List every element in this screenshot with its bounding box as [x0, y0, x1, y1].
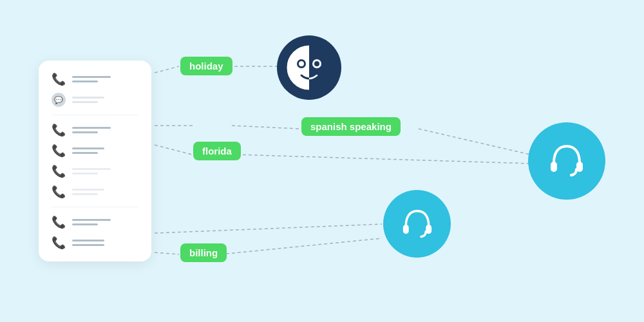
svg-point-15	[299, 61, 304, 66]
phone-row-3: 📞	[52, 123, 138, 137]
phone-row-5: 📞	[52, 164, 138, 178]
headset-circle-middle	[383, 190, 451, 258]
svg-point-21	[570, 174, 573, 176]
headset-icon-right	[544, 138, 589, 184]
bot-face-svg	[283, 42, 335, 93]
svg-line-5	[155, 145, 192, 155]
phone-icon-3: 📞	[52, 123, 66, 137]
svg-line-3	[232, 126, 300, 129]
phone-lines-4	[72, 147, 104, 154]
svg-rect-19	[551, 162, 557, 172]
phone-row-8: 📞	[52, 236, 138, 250]
headset-icon-middle	[397, 204, 437, 244]
svg-line-9	[220, 238, 382, 254]
svg-line-6	[237, 155, 553, 164]
phone-row-1: 📞	[52, 72, 138, 86]
card-divider-2	[52, 207, 138, 207]
main-container: 📞 💬 📞 📞	[0, 0, 644, 322]
badge-billing: billing	[180, 243, 227, 262]
phone-icon-1: 📞	[52, 72, 66, 86]
svg-line-7	[155, 224, 382, 233]
svg-point-24	[420, 235, 422, 238]
phone-lines-3	[72, 127, 111, 133]
chat-lines	[72, 97, 104, 103]
svg-point-17	[314, 61, 319, 66]
phone-lines-5	[72, 168, 111, 175]
phone-lines-6	[72, 189, 104, 195]
chat-row: 💬	[52, 93, 138, 107]
chat-bubble-icon: 💬	[52, 93, 66, 107]
svg-rect-22	[402, 224, 408, 233]
svg-line-0	[155, 66, 179, 73]
phone-card: 📞 💬 📞 📞	[39, 61, 151, 261]
phone-lines-1	[72, 76, 111, 82]
card-divider-1	[52, 115, 138, 115]
phone-icon-4: 📞	[52, 144, 66, 158]
badge-spanish-speaking: spanish speaking	[301, 117, 401, 136]
badge-florida: florida	[193, 142, 241, 160]
phone-row-7: 📞	[52, 215, 138, 229]
phone-icon-8: 📞	[52, 236, 66, 250]
headset-circle-right	[528, 122, 605, 200]
badge-holiday: holiday	[180, 57, 232, 75]
phone-lines-8	[72, 240, 104, 246]
phone-lines-7	[72, 219, 111, 225]
phone-row-6: 📞	[52, 185, 138, 199]
bot-circle	[277, 35, 341, 100]
phone-row-4: 📞	[52, 144, 138, 158]
phone-icon-5: 📞	[52, 164, 66, 178]
svg-line-8	[155, 252, 179, 254]
phone-icon-6: 📞	[52, 185, 66, 199]
phone-icon-7: 📞	[52, 215, 66, 229]
